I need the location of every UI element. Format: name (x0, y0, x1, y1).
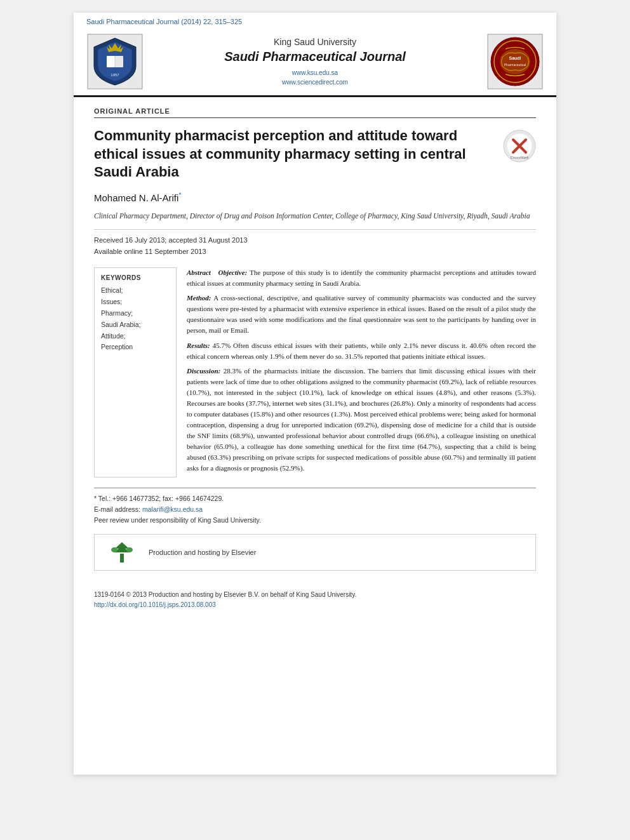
results-label: Results: (187, 342, 210, 349)
crossmark-badge[interactable]: CrossMark (503, 130, 536, 165)
university-name: King Saud University (150, 37, 480, 47)
svg-text:CrossMark: CrossMark (510, 156, 529, 159)
keywords-list: Ethical; Issues; Pharmacy; Saudi Arabia;… (101, 285, 170, 353)
method-text: A cross-sectional, descriptive, and qual… (187, 294, 536, 334)
available-online-date: Available online 11 September 2013 (94, 246, 536, 258)
tel-footnote: * Tel.: +966 14677352; fax: +966 1467422… (94, 493, 536, 504)
elsevier-footer: Production and hosting by Elsevier (94, 534, 536, 571)
article-title: Community pharmacist perception and atti… (94, 127, 497, 182)
email-footnote: E-mail address: malarifi@ksu.edu.sa (94, 504, 536, 515)
abstract-results: Results: 45.7% Often discuss ethical iss… (187, 340, 536, 362)
keywords-box: KEYWORDS Ethical; Issues; Pharmacy; Saud… (94, 267, 177, 477)
spj-logo-right: Saudi Pharmaceutical (486, 33, 544, 90)
peer-review-note: Peer review under responsibility of King… (94, 515, 536, 526)
objective-label: Objective: (218, 269, 247, 276)
journal-reference: Saudi Pharmaceutical Journal (2014) 22, … (74, 13, 556, 28)
keywords-abstract-section: KEYWORDS Ethical; Issues; Pharmacy; Saud… (94, 267, 536, 477)
journal-title: Saudi Pharmaceutical Journal (150, 50, 480, 64)
affiliation: Clinical Pharmacy Department, Director o… (94, 211, 536, 222)
bottom-bar: 1319-0164 © 2013 Production and hosting … (74, 590, 556, 620)
svg-text:Pharmaceutical: Pharmaceutical (504, 63, 526, 67)
abstract-method: Method: A cross-sectional, descriptive, … (187, 293, 536, 336)
results-text: 45.7% Often discuss ethical issues with … (187, 342, 536, 360)
abstract-column: Abstract Objective: The purpose of this … (187, 267, 536, 477)
article-dates: Received 16 July 2013; accepted 31 Augus… (94, 229, 536, 257)
keyword-3: Pharmacy; (101, 308, 170, 319)
author-name: Mohamed N. Al-Arifi* (94, 192, 536, 203)
svg-point-9 (500, 49, 530, 74)
author-footnote-marker: * (178, 192, 181, 199)
article-page: Saudi Pharmaceutical Journal (2014) 22, … (74, 13, 556, 775)
journal-header: 1957 King Saud University Saudi Pharmace… (74, 28, 556, 97)
journal-urls: www.ksu.edu.sa www.sciencedirect.com (150, 68, 480, 87)
copyright-text: 1319-0164 © 2013 Production and hosting … (94, 590, 536, 600)
title-row: Community pharmacist perception and atti… (94, 127, 536, 182)
journal-header-center: King Saud University Saudi Pharmaceutica… (150, 37, 480, 87)
svg-text:1957: 1957 (111, 73, 119, 77)
abstract-label: Abstract (187, 269, 218, 276)
keyword-4: Saudi Arabia; (101, 319, 170, 331)
svg-rect-2 (115, 56, 123, 67)
keyword-6: Perception (101, 342, 170, 353)
email-address[interactable]: malarifi@ksu.edu.sa (142, 505, 203, 513)
article-content: ORIGINAL ARTICLE Community pharmacist pe… (74, 97, 556, 590)
abstract-discussion: Discussion: 28.3% of the pharmacists ini… (187, 366, 536, 474)
svg-rect-18 (120, 554, 124, 563)
email-label: E-mail address: (94, 505, 140, 513)
keyword-5: Attitude; (101, 331, 170, 342)
elsevier-text: Production and hosting by Elsevier (149, 549, 256, 556)
discussion-text: 28.3% of the pharmacists initiate the di… (187, 367, 536, 472)
discussion-label: Discussion: (187, 367, 220, 375)
ksu-logo-left: 1957 (86, 33, 144, 90)
method-label: Method: (187, 294, 211, 302)
svg-point-22 (126, 547, 133, 552)
elsevier-logo (105, 540, 140, 565)
footnotes-section: * Tel.: +966 14677352; fax: +966 1467422… (94, 488, 536, 525)
keywords-title: KEYWORDS (101, 274, 170, 281)
doi-link[interactable]: http://dx.doi.org/10.1016/j.jsps.2013.08… (94, 600, 536, 610)
svg-point-21 (111, 547, 117, 552)
url1[interactable]: www.ksu.edu.sa (150, 68, 480, 77)
keyword-2: Issues; (101, 297, 170, 308)
received-date: Received 16 July 2013; accepted 31 Augus… (94, 235, 536, 246)
svg-text:Saudi: Saudi (509, 56, 521, 60)
svg-rect-1 (107, 56, 115, 67)
keyword-1: Ethical; (101, 285, 170, 297)
url2[interactable]: www.sciencedirect.com (150, 77, 480, 87)
article-type-label: ORIGINAL ARTICLE (94, 107, 536, 118)
abstract-objective: Abstract Objective: The purpose of this … (187, 267, 536, 289)
